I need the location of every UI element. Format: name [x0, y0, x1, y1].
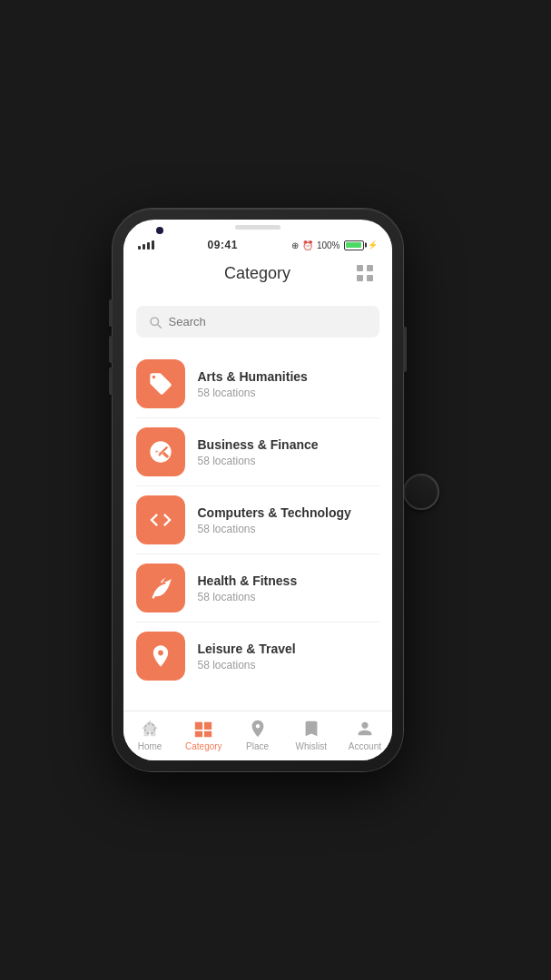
main-content: Arts & Humanities 58 locations Business …: [123, 295, 392, 710]
business-name: Business & Finance: [198, 437, 319, 452]
search-bar[interactable]: [136, 306, 379, 338]
arts-count: 58 locations: [198, 387, 308, 399]
charging-icon: ⚡: [368, 240, 378, 250]
leisure-name: Leisure & Travel: [198, 642, 296, 656]
nav-item-category[interactable]: Category: [177, 719, 231, 751]
svg-rect-2: [357, 275, 363, 281]
svg-point-4: [151, 318, 158, 325]
svg-rect-1: [367, 265, 373, 271]
nav-item-whislist[interactable]: Whislist: [284, 719, 338, 751]
category-nav-label: Category: [185, 741, 222, 751]
category-item-leisure[interactable]: Leisure & Travel 58 locations: [136, 622, 379, 690]
home-button-area: [403, 466, 439, 514]
computers-name: Computers & Technology: [198, 505, 351, 520]
map-pin-icon: [148, 643, 173, 669]
category-item-business[interactable]: Business & Finance 58 locations: [136, 418, 379, 486]
phone-screen: 09:41 ⊕ ⏰ 100% ⚡ Category: [123, 220, 392, 760]
status-time: 09:41: [208, 239, 238, 251]
phone-frame: 09:41 ⊕ ⏰ 100% ⚡ Category: [113, 209, 403, 771]
whislist-nav-label: Whislist: [295, 741, 326, 751]
speaker-grill: [235, 225, 280, 230]
category-item-arts[interactable]: Arts & Humanities 58 locations: [136, 350, 379, 418]
place-nav-icon: [248, 719, 268, 739]
svg-line-5: [157, 324, 161, 328]
handshake-icon: [148, 439, 173, 465]
computers-icon-box: [136, 495, 185, 544]
bottom-nav: Home Category Place Whi: [123, 710, 392, 760]
home-nav-label: Home: [138, 741, 162, 751]
search-icon: [149, 316, 162, 328]
home-button[interactable]: [403, 474, 439, 510]
status-bar: 09:41 ⊕ ⏰ 100% ⚡: [123, 231, 392, 255]
leisure-count: 58 locations: [198, 659, 296, 671]
whislist-nav-icon: [301, 719, 321, 739]
top-bar: Category: [123, 255, 392, 295]
category-list: Arts & Humanities 58 locations Business …: [136, 350, 379, 690]
svg-rect-3: [367, 275, 373, 281]
account-nav-icon: [355, 719, 375, 739]
battery-icon: [344, 240, 364, 250]
tag-icon: [148, 371, 173, 397]
health-icon-box: [136, 564, 185, 612]
search-input[interactable]: [169, 315, 367, 328]
category-item-health[interactable]: Health & Fitness 58 locations: [136, 554, 379, 622]
health-name: Health & Fitness: [198, 573, 298, 588]
home-nav-icon: [140, 719, 160, 739]
health-count: 58 locations: [198, 591, 298, 603]
arts-name: Arts & Humanities: [198, 369, 308, 384]
leisure-info: Leisure & Travel 58 locations: [198, 642, 296, 671]
page-title: Category: [163, 264, 352, 283]
signal-indicator: [138, 240, 154, 250]
alarm-icon: ⏰: [302, 240, 313, 250]
arts-icon-box: [136, 359, 185, 408]
phone-notch: [123, 220, 392, 231]
business-info: Business & Finance 58 locations: [198, 437, 319, 467]
location-icon: ⊕: [291, 240, 299, 250]
leaf-icon: [148, 575, 173, 601]
camera-dot: [156, 227, 163, 234]
nav-item-account[interactable]: Account: [338, 719, 391, 751]
nav-item-place[interactable]: Place: [231, 719, 284, 751]
place-nav-label: Place: [246, 741, 269, 751]
status-right: ⊕ ⏰ 100% ⚡: [291, 240, 378, 250]
business-count: 58 locations: [198, 455, 319, 467]
computers-info: Computers & Technology 58 locations: [198, 505, 351, 535]
health-info: Health & Fitness 58 locations: [198, 573, 298, 603]
grid-view-button[interactable]: [352, 260, 378, 286]
account-nav-label: Account: [349, 741, 381, 751]
computers-count: 58 locations: [198, 523, 351, 535]
svg-rect-0: [357, 265, 363, 271]
code-icon: [148, 507, 173, 533]
arts-info: Arts & Humanities 58 locations: [198, 369, 308, 399]
category-item-computers[interactable]: Computers & Technology 58 locations: [136, 486, 379, 554]
battery-percent: 100%: [317, 240, 340, 250]
leisure-icon-box: [136, 632, 185, 681]
category-nav-icon: [193, 719, 213, 739]
business-icon-box: [136, 427, 185, 476]
grid-icon: [356, 264, 374, 282]
nav-item-home[interactable]: Home: [123, 719, 177, 751]
